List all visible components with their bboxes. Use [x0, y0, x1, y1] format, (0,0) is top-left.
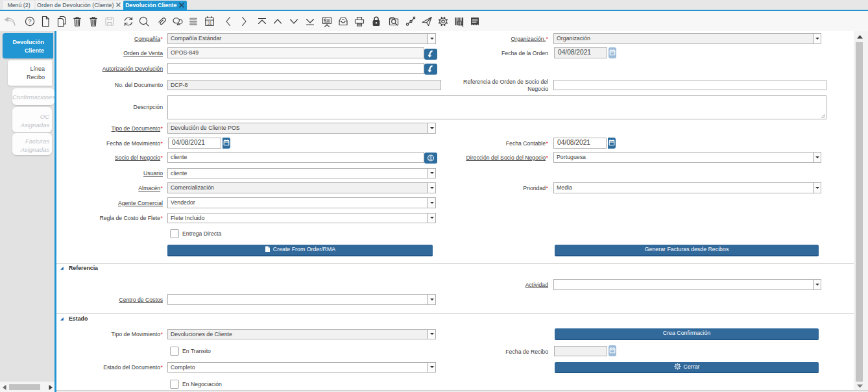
svg-text:?: ?	[28, 18, 31, 25]
svg-text:31: 31	[207, 21, 212, 25]
